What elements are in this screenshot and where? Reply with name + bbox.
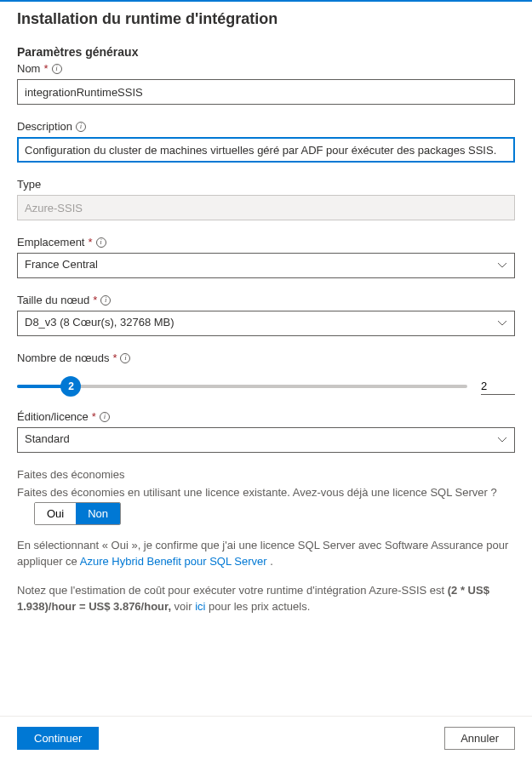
edition-label: Édition/licence * i (17, 410, 515, 423)
cancel-button[interactable]: Annuler (444, 727, 515, 750)
description-input[interactable] (17, 137, 515, 163)
required-star-icon: * (43, 62, 48, 75)
cost-text: Notez que l'estimation de coût pour exéc… (17, 582, 515, 615)
node-count-slider[interactable]: 2 (17, 385, 467, 388)
required-star-icon: * (88, 236, 92, 249)
confirm-text: En sélectionnant « Oui », je confirme qu… (17, 537, 515, 570)
required-star-icon: * (92, 410, 96, 423)
pricing-link[interactable]: ici (195, 600, 205, 613)
required-star-icon: * (93, 294, 97, 306)
savings-text: Faites des économies en utilisant une li… (17, 484, 515, 525)
location-select[interactable]: France Central (17, 253, 515, 278)
node-count-input[interactable] (481, 378, 515, 395)
edition-select[interactable]: Standard (17, 427, 515, 453)
required-star-icon: * (112, 351, 117, 364)
info-icon[interactable]: i (52, 64, 62, 74)
name-input[interactable] (17, 79, 515, 105)
node-count-label: Nombre de nœuds * i (17, 351, 515, 364)
info-icon[interactable]: i (100, 295, 111, 306)
info-icon[interactable]: i (120, 353, 130, 363)
license-toggle-group: Oui Non (34, 502, 121, 525)
license-yes-button[interactable]: Oui (35, 503, 76, 524)
description-label: Description i (17, 120, 515, 133)
info-icon[interactable]: i (100, 412, 110, 422)
page-title: Installation du runtime d'intégration (17, 10, 515, 28)
slider-thumb[interactable]: 2 (60, 376, 81, 397)
license-no-button[interactable]: Non (76, 503, 120, 524)
info-icon[interactable]: i (76, 122, 86, 132)
name-label: Nom * i (17, 62, 515, 75)
savings-subtitle: Faites des économies (17, 468, 515, 481)
section-title: Paramètres généraux (17, 45, 515, 59)
continue-button[interactable]: Continuer (17, 727, 99, 750)
footer: Continuer Annuler (0, 716, 532, 760)
type-input (17, 195, 515, 220)
type-label: Type (17, 178, 515, 191)
node-size-select[interactable]: D8_v3 (8 Cœur(s), 32768 MB) (17, 311, 515, 336)
hybrid-benefit-link[interactable]: Azure Hybrid Benefit pour SQL Server (80, 555, 267, 568)
node-size-label: Taille du nœud * i (17, 294, 515, 306)
info-icon[interactable]: i (96, 237, 106, 248)
location-label: Emplacement * i (17, 236, 515, 249)
